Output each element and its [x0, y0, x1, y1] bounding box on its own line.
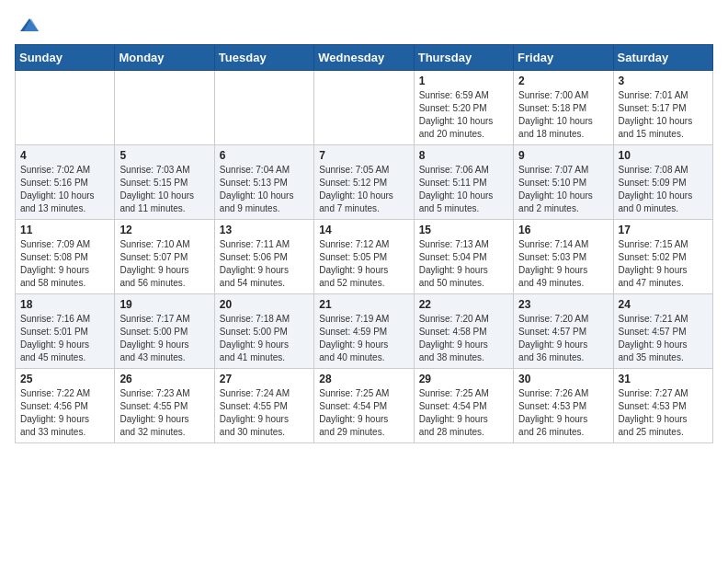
day-number: 22 [419, 298, 508, 311]
calendar-day-cell: 16Sunrise: 7:14 AM Sunset: 5:03 PM Dayli… [514, 220, 613, 294]
empty-cell [16, 71, 115, 145]
calendar-day-cell: 2Sunrise: 7:00 AM Sunset: 5:18 PM Daylig… [514, 71, 613, 145]
day-info: Sunrise: 7:17 AM Sunset: 5:00 PM Dayligh… [119, 313, 209, 364]
day-number: 23 [518, 298, 608, 311]
weekday-header-thursday: Thursday [414, 45, 513, 71]
day-number: 11 [20, 224, 109, 236]
day-number: 19 [119, 298, 209, 311]
day-info: Sunrise: 7:20 AM Sunset: 4:57 PM Dayligh… [518, 313, 608, 364]
calendar-day-cell: 21Sunrise: 7:19 AM Sunset: 4:59 PM Dayli… [314, 294, 414, 369]
day-number: 18 [20, 298, 109, 311]
weekday-header-tuesday: Tuesday [214, 45, 313, 71]
day-number: 9 [518, 149, 608, 162]
calendar-day-cell: 28Sunrise: 7:25 AM Sunset: 4:54 PM Dayli… [314, 369, 414, 443]
calendar-day-cell: 7Sunrise: 7:05 AM Sunset: 5:12 PM Daylig… [314, 145, 414, 220]
day-info: Sunrise: 7:22 AM Sunset: 4:56 PM Dayligh… [20, 387, 109, 439]
day-info: Sunrise: 7:18 AM Sunset: 5:00 PM Dayligh… [220, 313, 309, 364]
day-info: Sunrise: 6:59 AM Sunset: 5:20 PM Dayligh… [419, 89, 508, 141]
empty-cell [314, 71, 414, 145]
day-info: Sunrise: 7:24 AM Sunset: 4:55 PM Dayligh… [220, 387, 309, 439]
calendar-day-cell: 14Sunrise: 7:12 AM Sunset: 5:05 PM Dayli… [314, 220, 414, 294]
day-number: 31 [619, 373, 708, 385]
day-info: Sunrise: 7:25 AM Sunset: 4:54 PM Dayligh… [319, 387, 408, 439]
day-number: 6 [220, 149, 309, 162]
day-number: 2 [518, 75, 608, 87]
day-info: Sunrise: 7:03 AM Sunset: 5:15 PM Dayligh… [119, 164, 209, 215]
day-number: 14 [319, 224, 408, 236]
day-number: 3 [619, 75, 708, 87]
day-number: 7 [319, 149, 408, 162]
day-info: Sunrise: 7:15 AM Sunset: 5:02 PM Dayligh… [619, 238, 708, 290]
weekday-header-row: SundayMondayTuesdayWednesdayThursdayFrid… [16, 45, 713, 71]
empty-cell [214, 71, 313, 145]
page-header [15, 15, 713, 37]
day-info: Sunrise: 7:01 AM Sunset: 5:17 PM Dayligh… [619, 89, 708, 141]
day-number: 24 [619, 298, 708, 311]
calendar-day-cell: 5Sunrise: 7:03 AM Sunset: 5:15 PM Daylig… [115, 145, 214, 220]
day-number: 15 [419, 224, 508, 236]
day-number: 10 [619, 149, 708, 162]
calendar-day-cell: 30Sunrise: 7:26 AM Sunset: 4:53 PM Dayli… [514, 369, 613, 443]
day-info: Sunrise: 7:02 AM Sunset: 5:16 PM Dayligh… [20, 164, 109, 215]
weekday-header-monday: Monday [115, 45, 214, 71]
day-info: Sunrise: 7:27 AM Sunset: 4:53 PM Dayligh… [619, 387, 708, 439]
day-info: Sunrise: 7:09 AM Sunset: 5:08 PM Dayligh… [20, 238, 109, 290]
calendar-week-row: 18Sunrise: 7:16 AM Sunset: 5:01 PM Dayli… [16, 294, 713, 369]
day-info: Sunrise: 7:23 AM Sunset: 4:55 PM Dayligh… [119, 387, 209, 439]
day-number: 8 [419, 149, 508, 162]
calendar-day-cell: 25Sunrise: 7:22 AM Sunset: 4:56 PM Dayli… [16, 369, 115, 443]
weekday-header-sunday: Sunday [16, 45, 115, 71]
calendar-day-cell: 29Sunrise: 7:25 AM Sunset: 4:54 PM Dayli… [414, 369, 513, 443]
calendar-day-cell: 24Sunrise: 7:21 AM Sunset: 4:57 PM Dayli… [613, 294, 712, 369]
logo [15, 15, 40, 37]
weekday-header-wednesday: Wednesday [314, 45, 414, 71]
calendar-day-cell: 27Sunrise: 7:24 AM Sunset: 4:55 PM Dayli… [214, 369, 313, 443]
calendar-day-cell: 22Sunrise: 7:20 AM Sunset: 4:58 PM Dayli… [414, 294, 513, 369]
calendar-day-cell: 26Sunrise: 7:23 AM Sunset: 4:55 PM Dayli… [115, 369, 214, 443]
calendar-table: SundayMondayTuesdayWednesdayThursdayFrid… [15, 44, 713, 443]
calendar-week-row: 25Sunrise: 7:22 AM Sunset: 4:56 PM Dayli… [16, 369, 713, 443]
calendar-week-row: 4Sunrise: 7:02 AM Sunset: 5:16 PM Daylig… [16, 145, 713, 220]
calendar-day-cell: 6Sunrise: 7:04 AM Sunset: 5:13 PM Daylig… [214, 145, 313, 220]
calendar-day-cell: 13Sunrise: 7:11 AM Sunset: 5:06 PM Dayli… [214, 220, 313, 294]
calendar-day-cell: 4Sunrise: 7:02 AM Sunset: 5:16 PM Daylig… [16, 145, 115, 220]
calendar-day-cell: 1Sunrise: 6:59 AM Sunset: 5:20 PM Daylig… [414, 71, 513, 145]
day-number: 4 [20, 149, 109, 162]
day-info: Sunrise: 7:04 AM Sunset: 5:13 PM Dayligh… [220, 164, 309, 215]
day-number: 1 [419, 75, 508, 87]
calendar-day-cell: 12Sunrise: 7:10 AM Sunset: 5:07 PM Dayli… [115, 220, 214, 294]
day-number: 27 [220, 373, 309, 385]
day-info: Sunrise: 7:05 AM Sunset: 5:12 PM Dayligh… [319, 164, 408, 215]
day-info: Sunrise: 7:14 AM Sunset: 5:03 PM Dayligh… [518, 238, 608, 290]
day-info: Sunrise: 7:08 AM Sunset: 5:09 PM Dayligh… [619, 164, 708, 215]
day-info: Sunrise: 7:07 AM Sunset: 5:10 PM Dayligh… [518, 164, 608, 215]
calendar-day-cell: 8Sunrise: 7:06 AM Sunset: 5:11 PM Daylig… [414, 145, 513, 220]
calendar-day-cell: 15Sunrise: 7:13 AM Sunset: 5:04 PM Dayli… [414, 220, 513, 294]
calendar-day-cell: 23Sunrise: 7:20 AM Sunset: 4:57 PM Dayli… [514, 294, 613, 369]
day-info: Sunrise: 7:16 AM Sunset: 5:01 PM Dayligh… [20, 313, 109, 364]
day-info: Sunrise: 7:12 AM Sunset: 5:05 PM Dayligh… [319, 238, 408, 290]
calendar-week-row: 1Sunrise: 6:59 AM Sunset: 5:20 PM Daylig… [16, 71, 713, 145]
calendar-week-row: 11Sunrise: 7:09 AM Sunset: 5:08 PM Dayli… [16, 220, 713, 294]
day-info: Sunrise: 7:13 AM Sunset: 5:04 PM Dayligh… [419, 238, 508, 290]
weekday-header-saturday: Saturday [613, 45, 712, 71]
day-number: 29 [419, 373, 508, 385]
day-info: Sunrise: 7:20 AM Sunset: 4:58 PM Dayligh… [419, 313, 508, 364]
calendar-day-cell: 19Sunrise: 7:17 AM Sunset: 5:00 PM Dayli… [115, 294, 214, 369]
calendar-day-cell: 11Sunrise: 7:09 AM Sunset: 5:08 PM Dayli… [16, 220, 115, 294]
day-number: 26 [119, 373, 209, 385]
calendar-day-cell: 20Sunrise: 7:18 AM Sunset: 5:00 PM Dayli… [214, 294, 313, 369]
day-number: 5 [119, 149, 209, 162]
day-number: 13 [220, 224, 309, 236]
day-number: 12 [119, 224, 209, 236]
day-number: 21 [319, 298, 408, 311]
calendar-day-cell: 18Sunrise: 7:16 AM Sunset: 5:01 PM Dayli… [16, 294, 115, 369]
day-number: 25 [20, 373, 109, 385]
day-number: 20 [220, 298, 309, 311]
weekday-header-friday: Friday [514, 45, 613, 71]
day-number: 16 [518, 224, 608, 236]
day-number: 17 [619, 224, 708, 236]
day-info: Sunrise: 7:06 AM Sunset: 5:11 PM Dayligh… [419, 164, 508, 215]
day-info: Sunrise: 7:11 AM Sunset: 5:06 PM Dayligh… [220, 238, 309, 290]
logo-icon [18, 15, 40, 37]
